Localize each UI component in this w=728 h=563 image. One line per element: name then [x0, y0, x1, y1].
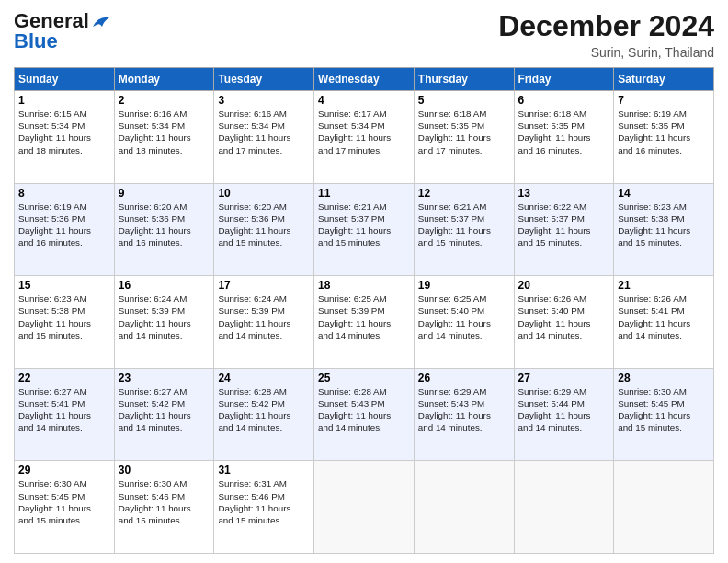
day-number: 9	[119, 187, 210, 200]
day-number: 1	[18, 94, 110, 107]
day-number: 3	[218, 94, 310, 107]
calendar-row-4: 22Sunrise: 6:27 AMSunset: 5:41 PMDayligh…	[15, 368, 714, 461]
day-number: 22	[18, 372, 110, 385]
day-info: Sunrise: 6:29 AMSunset: 5:44 PMDaylight:…	[518, 386, 591, 433]
day-number: 18	[318, 279, 410, 292]
table-cell: 3Sunrise: 6:16 AMSunset: 5:34 PMDaylight…	[214, 91, 314, 184]
day-number: 28	[618, 372, 710, 385]
logo-bird-icon	[91, 14, 111, 30]
day-number: 13	[518, 187, 610, 200]
day-info: Sunrise: 6:19 AMSunset: 5:36 PMDaylight:…	[18, 201, 91, 248]
table-cell: 28Sunrise: 6:30 AMSunset: 5:45 PMDayligh…	[614, 368, 714, 461]
day-info: Sunrise: 6:26 AMSunset: 5:40 PMDaylight:…	[518, 293, 591, 340]
table-cell: 20Sunrise: 6:26 AMSunset: 5:40 PMDayligh…	[514, 276, 614, 369]
day-info: Sunrise: 6:29 AMSunset: 5:43 PMDaylight:…	[418, 386, 491, 433]
day-info: Sunrise: 6:20 AMSunset: 5:36 PMDaylight:…	[119, 201, 191, 248]
day-info: Sunrise: 6:27 AMSunset: 5:42 PMDaylight:…	[119, 386, 191, 433]
table-cell: 10Sunrise: 6:20 AMSunset: 5:36 PMDayligh…	[214, 183, 314, 276]
day-info: Sunrise: 6:20 AMSunset: 5:36 PMDaylight:…	[218, 201, 290, 248]
day-info: Sunrise: 6:19 AMSunset: 5:35 PMDaylight:…	[618, 109, 690, 155]
day-number: 25	[318, 372, 410, 385]
table-cell: 26Sunrise: 6:29 AMSunset: 5:43 PMDayligh…	[414, 368, 514, 461]
table-cell	[314, 461, 415, 554]
day-info: Sunrise: 6:21 AMSunset: 5:37 PMDaylight:…	[318, 201, 391, 248]
calendar-row-5: 29Sunrise: 6:30 AMSunset: 5:45 PMDayligh…	[15, 461, 714, 554]
table-cell	[414, 461, 514, 554]
calendar-row-3: 15Sunrise: 6:23 AMSunset: 5:38 PMDayligh…	[15, 276, 714, 369]
table-cell: 8Sunrise: 6:19 AMSunset: 5:36 PMDaylight…	[15, 183, 115, 276]
day-info: Sunrise: 6:28 AMSunset: 5:42 PMDaylight:…	[218, 386, 290, 433]
day-info: Sunrise: 6:18 AMSunset: 5:35 PMDaylight:…	[518, 109, 591, 155]
table-cell: 13Sunrise: 6:22 AMSunset: 5:37 PMDayligh…	[514, 183, 614, 276]
day-info: Sunrise: 6:25 AMSunset: 5:40 PMDaylight:…	[418, 293, 491, 340]
day-number: 12	[418, 187, 510, 200]
day-info: Sunrise: 6:31 AMSunset: 5:46 PMDaylight:…	[218, 478, 290, 525]
day-number: 23	[119, 372, 210, 385]
table-cell: 7Sunrise: 6:19 AMSunset: 5:35 PMDaylight…	[614, 91, 714, 184]
day-info: Sunrise: 6:22 AMSunset: 5:37 PMDaylight:…	[518, 201, 591, 248]
table-cell: 2Sunrise: 6:16 AMSunset: 5:34 PMDaylight…	[114, 91, 214, 184]
table-cell: 29Sunrise: 6:30 AMSunset: 5:45 PMDayligh…	[15, 461, 115, 554]
table-cell	[614, 461, 714, 554]
table-cell: 30Sunrise: 6:30 AMSunset: 5:46 PMDayligh…	[114, 461, 214, 554]
day-number: 14	[618, 187, 710, 200]
day-number: 20	[518, 279, 610, 292]
day-info: Sunrise: 6:16 AMSunset: 5:34 PMDaylight:…	[119, 109, 191, 155]
header: General Blue December 2024 Surin, Surin,…	[14, 9, 714, 60]
day-info: Sunrise: 6:25 AMSunset: 5:39 PMDaylight:…	[318, 293, 391, 340]
table-cell: 25Sunrise: 6:28 AMSunset: 5:43 PMDayligh…	[314, 368, 415, 461]
col-friday: Friday	[514, 68, 614, 91]
table-cell: 6Sunrise: 6:18 AMSunset: 5:35 PMDaylight…	[514, 91, 614, 184]
table-cell: 15Sunrise: 6:23 AMSunset: 5:38 PMDayligh…	[15, 276, 115, 369]
day-number: 15	[18, 279, 110, 292]
day-number: 10	[218, 187, 310, 200]
day-number: 4	[318, 94, 410, 107]
day-info: Sunrise: 6:30 AMSunset: 5:46 PMDaylight:…	[119, 478, 191, 525]
day-info: Sunrise: 6:30 AMSunset: 5:45 PMDaylight:…	[18, 478, 91, 525]
logo-blue: Blue	[14, 29, 58, 53]
table-cell: 11Sunrise: 6:21 AMSunset: 5:37 PMDayligh…	[314, 183, 415, 276]
day-number: 27	[518, 372, 610, 385]
title-block: December 2024 Surin, Surin, Thailand	[498, 9, 714, 60]
day-number: 7	[618, 94, 710, 107]
col-monday: Monday	[114, 68, 214, 91]
table-cell: 31Sunrise: 6:31 AMSunset: 5:46 PMDayligh…	[214, 461, 314, 554]
day-info: Sunrise: 6:30 AMSunset: 5:45 PMDaylight:…	[618, 386, 690, 433]
day-number: 30	[119, 464, 210, 477]
month-title: December 2024	[498, 9, 714, 43]
calendar-header-row: Sunday Monday Tuesday Wednesday Thursday…	[15, 68, 714, 91]
table-cell: 14Sunrise: 6:23 AMSunset: 5:38 PMDayligh…	[614, 183, 714, 276]
table-cell: 9Sunrise: 6:20 AMSunset: 5:36 PMDaylight…	[114, 183, 214, 276]
day-info: Sunrise: 6:15 AMSunset: 5:34 PMDaylight:…	[18, 109, 91, 155]
table-cell: 19Sunrise: 6:25 AMSunset: 5:40 PMDayligh…	[414, 276, 514, 369]
col-wednesday: Wednesday	[314, 68, 415, 91]
calendar-row-2: 8Sunrise: 6:19 AMSunset: 5:36 PMDaylight…	[15, 183, 714, 276]
table-cell: 5Sunrise: 6:18 AMSunset: 5:35 PMDaylight…	[414, 91, 514, 184]
table-cell: 12Sunrise: 6:21 AMSunset: 5:37 PMDayligh…	[414, 183, 514, 276]
table-cell	[514, 461, 614, 554]
day-number: 24	[218, 372, 310, 385]
day-number: 26	[418, 372, 510, 385]
col-saturday: Saturday	[614, 68, 714, 91]
table-cell: 24Sunrise: 6:28 AMSunset: 5:42 PMDayligh…	[214, 368, 314, 461]
location: Surin, Surin, Thailand	[498, 45, 714, 60]
day-number: 8	[18, 187, 110, 200]
table-cell: 1Sunrise: 6:15 AMSunset: 5:34 PMDaylight…	[15, 91, 115, 184]
day-number: 31	[218, 464, 310, 477]
table-cell: 27Sunrise: 6:29 AMSunset: 5:44 PMDayligh…	[514, 368, 614, 461]
day-number: 11	[318, 187, 410, 200]
table-cell: 4Sunrise: 6:17 AMSunset: 5:34 PMDaylight…	[314, 91, 415, 184]
day-number: 16	[119, 279, 210, 292]
col-sunday: Sunday	[15, 68, 115, 91]
day-info: Sunrise: 6:24 AMSunset: 5:39 PMDaylight:…	[218, 293, 290, 340]
day-info: Sunrise: 6:17 AMSunset: 5:34 PMDaylight:…	[318, 109, 391, 155]
table-cell: 23Sunrise: 6:27 AMSunset: 5:42 PMDayligh…	[114, 368, 214, 461]
table-cell: 16Sunrise: 6:24 AMSunset: 5:39 PMDayligh…	[114, 276, 214, 369]
logo: General Blue	[14, 9, 111, 53]
day-number: 6	[518, 94, 610, 107]
day-info: Sunrise: 6:23 AMSunset: 5:38 PMDaylight:…	[618, 201, 690, 248]
page-container: General Blue December 2024 Surin, Surin,…	[0, 0, 728, 563]
day-info: Sunrise: 6:16 AMSunset: 5:34 PMDaylight:…	[218, 109, 290, 155]
day-number: 19	[418, 279, 510, 292]
day-info: Sunrise: 6:18 AMSunset: 5:35 PMDaylight:…	[418, 109, 491, 155]
